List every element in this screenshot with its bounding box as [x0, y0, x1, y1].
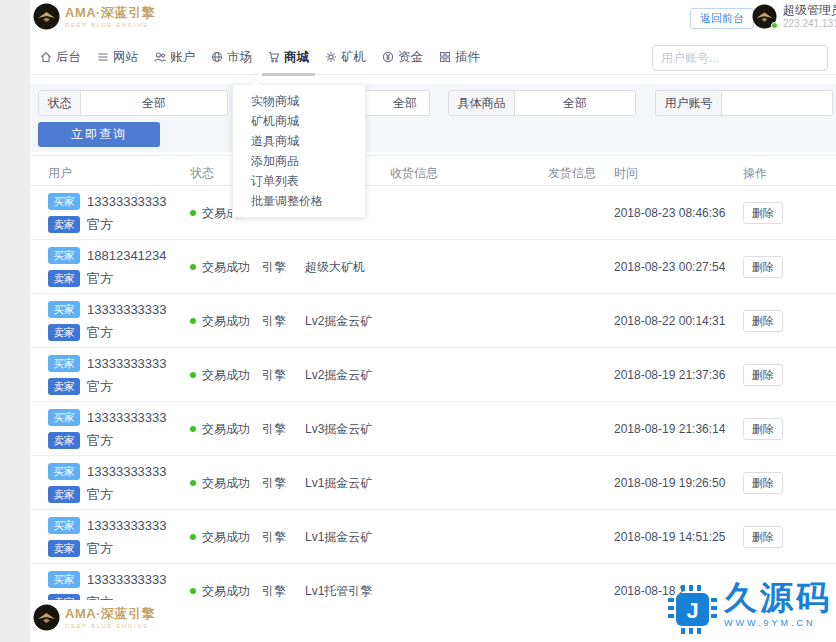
- status-text: 交易成功: [202, 421, 250, 438]
- col-ship-info: 发货信息: [548, 165, 596, 182]
- table-row: 买家 13333333333 卖家 官方 交易成功 引擎 Lv1掘金云矿 201…: [30, 510, 836, 564]
- time-cell: 2018-08-19 19:26:50: [614, 456, 725, 510]
- orders-table: 用户 状态 收货信息 发货信息 时间 操作 买家 13333333333 卖家 …: [30, 155, 836, 618]
- gear-icon: [325, 51, 337, 63]
- buyer-account: 13333333333: [87, 518, 167, 533]
- footer-brand-subtitle: DEEP BLUE ENGINE: [65, 623, 155, 629]
- status-cell: 交易成功: [190, 402, 250, 456]
- buyer-account: 13333333333: [87, 572, 167, 587]
- menu-item-physical-mall[interactable]: 实物商城: [233, 91, 365, 111]
- time-cell: 2018-08-23 00:27:54: [614, 240, 725, 294]
- nav-item-funds[interactable]: 资金: [380, 40, 425, 74]
- menu-item-miner-mall[interactable]: 矿机商城: [233, 111, 365, 131]
- seller-badge: 卖家: [48, 486, 80, 503]
- delete-button[interactable]: 删除: [743, 364, 783, 386]
- account-filter-label: 用户账号: [656, 91, 722, 115]
- buyer-account: 13333333333: [87, 464, 167, 479]
- cart-icon: [268, 51, 280, 63]
- table-body: 买家 13333333333 卖家 官方 交易成功 2018-08-23 08:…: [30, 186, 836, 618]
- success-dot-icon: [190, 588, 196, 594]
- menu-item-batch-price[interactable]: 批量调整价格: [233, 191, 365, 211]
- nav-item-accounts[interactable]: 账户: [152, 40, 197, 74]
- delete-button[interactable]: 删除: [743, 256, 783, 278]
- yen-icon: [382, 51, 394, 63]
- buyer-badge: 买家: [48, 463, 80, 480]
- brand-subtitle: DEEP BLUE ENGINE: [65, 22, 155, 28]
- seller-badge: 卖家: [48, 324, 80, 341]
- type-cell: 引擎: [262, 240, 286, 294]
- main-nav: 后台 网站 账户 市场 商城 矿机: [30, 40, 836, 75]
- nav-item-mall[interactable]: 商城: [266, 40, 311, 74]
- admin-page: AMA·深蓝引擎 DEEP BLUE ENGINE 返回前台 超级管理员 223…: [0, 0, 836, 642]
- buyer-badge: 买家: [48, 301, 80, 318]
- table-row: 买家 13333333333 卖家 官方 交易成功 2018-08-23 08:…: [30, 186, 836, 240]
- seller-badge: 卖家: [48, 270, 80, 287]
- status-text: 交易成功: [202, 529, 250, 546]
- delete-button[interactable]: 删除: [743, 526, 783, 548]
- success-dot-icon: [190, 318, 196, 324]
- user-search-input[interactable]: [653, 51, 824, 65]
- table-row: 买家 13333333333 卖家 官方 交易成功 引擎 Lv2掘金云矿 201…: [30, 294, 836, 348]
- delete-button[interactable]: 删除: [743, 310, 783, 332]
- admin-name: 超级管理员: [783, 4, 836, 16]
- seller-account: 官方: [87, 324, 113, 342]
- time-cell: 2018-08-22 00:14:31: [614, 294, 725, 348]
- nav-label: 商城: [284, 49, 309, 66]
- success-dot-icon: [190, 210, 196, 216]
- user-search-box[interactable]: [652, 45, 828, 71]
- product-filter-value[interactable]: 全部: [515, 91, 635, 115]
- admin-ip: 223.241.131.9: [783, 19, 836, 29]
- user-cell: 买家 13333333333 卖家 官方: [48, 355, 167, 401]
- status-cell: 交易成功: [190, 240, 250, 294]
- nav-item-market[interactable]: 市场: [209, 40, 254, 74]
- seller-badge: 卖家: [48, 216, 80, 233]
- delete-button[interactable]: 删除: [743, 202, 783, 224]
- watermark-title: 久源码: [724, 581, 832, 614]
- type-cell: 引擎: [262, 294, 286, 348]
- nav-item-website[interactable]: 网站: [95, 40, 140, 74]
- account-filter-input[interactable]: [722, 91, 832, 115]
- brand-name: AMA·深蓝引擎: [65, 6, 155, 19]
- buyer-badge: 买家: [48, 247, 80, 264]
- nav-label: 市场: [227, 49, 252, 66]
- table-row: 买家 13333333333 卖家 官方 交易成功 引擎 Lv3掘金云矿 201…: [30, 402, 836, 456]
- user-cell: 买家 13333333333 卖家 官方: [48, 517, 167, 563]
- success-dot-icon: [190, 264, 196, 270]
- footer-brand-emblem-icon: [33, 604, 60, 631]
- status-filter[interactable]: 状态 全部: [38, 90, 228, 116]
- user-cell: 买家 13333333333 卖家 官方: [48, 463, 167, 509]
- nav-item-plugins[interactable]: 插件: [437, 40, 482, 74]
- success-dot-icon: [190, 426, 196, 432]
- seller-account: 官方: [87, 432, 113, 450]
- query-button[interactable]: 立即查询: [38, 122, 160, 147]
- menu-item-prop-mall[interactable]: 道具商城: [233, 131, 365, 151]
- menu-item-order-list[interactable]: 订单列表: [233, 171, 365, 191]
- table-row: 买家 18812341234 卖家 官方 交易成功 引擎 超级大矿机 2018-…: [30, 240, 836, 294]
- user-cell: 买家 13333333333 卖家 官方: [48, 409, 167, 455]
- buyer-badge: 买家: [48, 355, 80, 372]
- back-to-front-button[interactable]: 返回前台: [690, 8, 754, 29]
- status-filter-value[interactable]: 全部: [81, 91, 227, 115]
- success-dot-icon: [190, 372, 196, 378]
- status-cell: 交易成功: [190, 348, 250, 402]
- status-text: 交易成功: [202, 583, 250, 600]
- chip-icon: J: [668, 585, 717, 634]
- footer-brand-name: AMA·深蓝引擎: [65, 607, 155, 620]
- delete-button[interactable]: 删除: [743, 418, 783, 440]
- seller-account: 官方: [87, 486, 113, 504]
- product-filter[interactable]: 具体商品 全部: [448, 90, 636, 116]
- seller-account: 官方: [87, 216, 113, 234]
- status-cell: 交易成功: [190, 510, 250, 564]
- menu-item-add-product[interactable]: 添加商品: [233, 151, 365, 171]
- type-cell: 引擎: [262, 402, 286, 456]
- delete-button[interactable]: 删除: [743, 472, 783, 494]
- nav-label: 后台: [56, 49, 81, 66]
- account-filter[interactable]: 用户账号: [655, 90, 833, 116]
- nav-item-miner[interactable]: 矿机: [323, 40, 368, 74]
- nav-item-backend[interactable]: 后台: [38, 40, 83, 74]
- admin-avatar[interactable]: [752, 4, 777, 29]
- product-cell: Lv1掘金云矿: [305, 456, 372, 510]
- grid-icon: [439, 51, 451, 63]
- status-text: 交易成功: [202, 475, 250, 492]
- status-text: 交易成功: [202, 313, 250, 330]
